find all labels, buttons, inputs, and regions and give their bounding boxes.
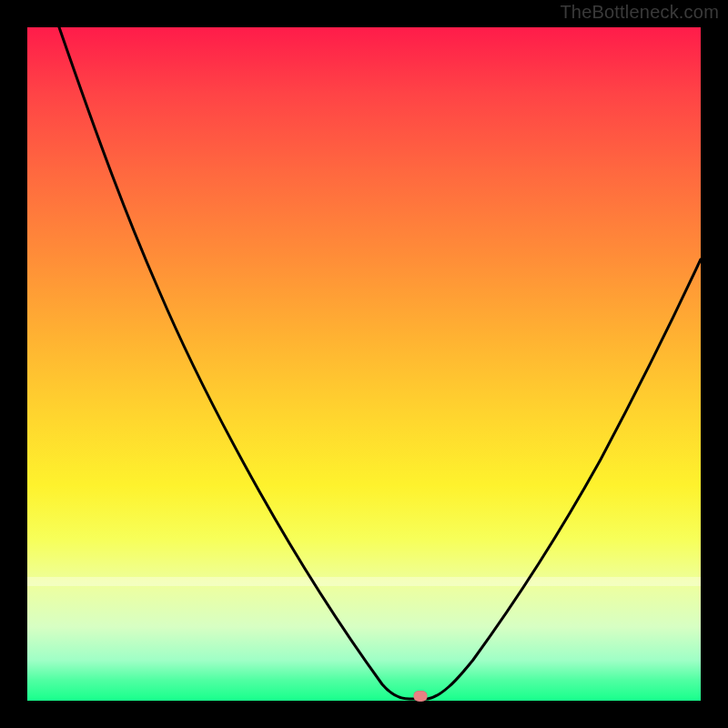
plot-area [27, 27, 701, 701]
watermark: TheBottleneck.com [560, 2, 719, 23]
optimum-marker [414, 691, 428, 702]
chart-frame: TheBottleneck.com [0, 0, 728, 728]
bottleneck-curve [27, 27, 701, 701]
curve-path [59, 27, 701, 699]
highlight-band [27, 577, 701, 586]
